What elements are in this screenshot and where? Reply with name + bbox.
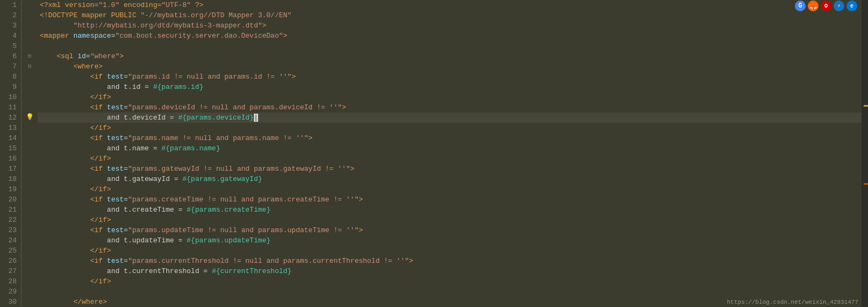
line-num-16: 16 [0,154,17,164]
firefox-icon[interactable]: 🦊 [808,1,819,11]
gutter-25 [22,246,38,256]
scroll-marker-yellow [864,105,868,107]
line-num-22: 22 [0,215,17,225]
line-num-14: 14 [0,133,17,143]
status-url: https://blog.csdn.net/weixin_42831477 [727,299,858,305]
gutter-13 [22,123,38,133]
line-num-29: 29 [0,287,17,297]
line-num-10: 10 [0,92,17,102]
code-line-9: and t.id = #{params.id} [38,82,868,92]
opera-icon[interactable]: O [821,1,831,11]
code-line-27: and t.currentThreshold = #{currentThresh… [38,266,868,276]
line-num-28: 28 [0,276,17,287]
code-line-20: <if test="params.createTime != null and … [38,194,868,205]
gutter-19 [22,184,38,194]
code-line-25: </if> [38,246,868,256]
gutter-24 [22,235,38,246]
gutter-3 [22,20,38,31]
line-num-1: 1 [0,0,17,10]
lightbulb-icon[interactable]: 💡 [26,113,34,123]
code-line-26: <if test="params.currentThreshold != nul… [38,256,868,266]
gutter-1 [22,0,38,10]
fold-icon-6[interactable]: ⊟ [28,51,31,61]
line-num-2: 2 [0,10,17,20]
gutter-22 [22,215,38,225]
browser-icons-bar: G 🦊 O ⚡ e [795,0,857,12]
code-line-15: and t.name = #{params.name} [38,143,868,154]
code-line-22: </if> [38,215,868,225]
gutter-8 [22,72,38,82]
code-line-8: <if test="params.id != null and params.i… [38,72,868,82]
gutter-7[interactable]: ⊟ [22,61,38,72]
gutter-15 [22,143,38,154]
code-line-11: <if test="params.deviceId != null and pa… [38,102,868,113]
gutter-20 [22,194,38,205]
line-num-25: 25 [0,246,17,256]
line-num-26: 26 [0,256,17,266]
line-num-9: 9 [0,82,17,92]
line-num-12: 12 [0,113,17,123]
gutter-5 [22,41,38,51]
line-num-13: 13 [0,123,17,133]
gutter-11 [22,102,38,113]
line-num-30: 30 [0,297,17,307]
gutter-12: 💡 [22,113,38,123]
code-line-3: "http://mybatis.org/dtd/mybatis-3-mapper… [38,20,868,31]
line-num-6: 6 [0,51,17,61]
line-num-24: 24 [0,235,17,246]
code-line-5 [38,41,868,51]
gutter-6[interactable]: ⊟ [22,51,38,61]
code-line-4: <mapper namespace="com.boot.security.ser… [38,31,868,41]
code-line-29 [38,287,868,297]
code-line-28: </if> [38,276,868,287]
gutter-14 [22,133,38,143]
ie-icon[interactable]: ⚡ [834,1,844,11]
gutter-10 [22,92,38,102]
code-line-6: <sql id="where"> [38,51,868,61]
code-line-16: </if> [38,154,868,164]
fold-icon-7[interactable]: ⊟ [28,61,31,72]
gutter-2 [22,10,38,20]
line-num-19: 19 [0,184,17,194]
gutter-18 [22,174,38,184]
line-num-3: 3 [0,20,17,31]
gutter-21 [22,205,38,215]
code-line-12: and t.deviceId = #{params.deviceId}| [38,113,868,123]
line-num-18: 18 [0,174,17,184]
code-line-23: <if test="params.updateTime != null and … [38,225,868,235]
line-num-5: 5 [0,41,17,51]
line-numbers: 1 2 3 4 5 6 7 8 9 10 11 12 13 14 15 16 1… [0,0,22,307]
line-num-7: 7 [0,61,17,72]
gutter-9 [22,82,38,92]
gutter-16 [22,154,38,164]
gutter-26 [22,256,38,266]
vertical-scrollbar[interactable] [862,0,868,307]
gutter-27 [22,266,38,276]
line-num-8: 8 [0,72,17,82]
fold-gutter: ⊟ ⊟ 💡 [22,0,38,307]
gutter-29 [22,287,38,297]
code-line-13: </if> [38,123,868,133]
line-num-21: 21 [0,205,17,215]
code-line-2: <!DOCTYPE mapper PUBLIC "-//mybatis.org/… [38,10,868,20]
code-line-1: <?xml version="1.0" encoding="UTF-8" ?> [38,0,868,10]
line-num-20: 20 [0,194,17,205]
line-num-11: 11 [0,102,17,113]
code-line-24: and t.updateTime = #{params.updateTime} [38,235,868,246]
gutter-4 [22,31,38,41]
code-line-10: </if> [38,92,868,102]
line-num-27: 27 [0,266,17,276]
status-bar: https://blog.csdn.net/weixin_42831477 [725,297,860,307]
code-line-21: and t.createTime = #{params.createTime} [38,205,868,215]
scroll-marker-orange [864,183,868,185]
chrome-icon[interactable]: G [795,1,806,11]
code-content[interactable]: <?xml version="1.0" encoding="UTF-8" ?> … [38,0,868,307]
gutter-28 [22,276,38,287]
edge-icon[interactable]: e [846,1,857,11]
line-num-15: 15 [0,143,17,154]
code-editor: G 🦊 O ⚡ e 1 2 3 4 5 6 7 8 9 10 11 12 13 … [0,0,868,307]
code-line-18: and t.gatewayId = #{params.gatewayId} [38,174,868,184]
code-line-19: </if> [38,184,868,194]
line-num-23: 23 [0,225,17,235]
gutter-30 [22,297,38,307]
